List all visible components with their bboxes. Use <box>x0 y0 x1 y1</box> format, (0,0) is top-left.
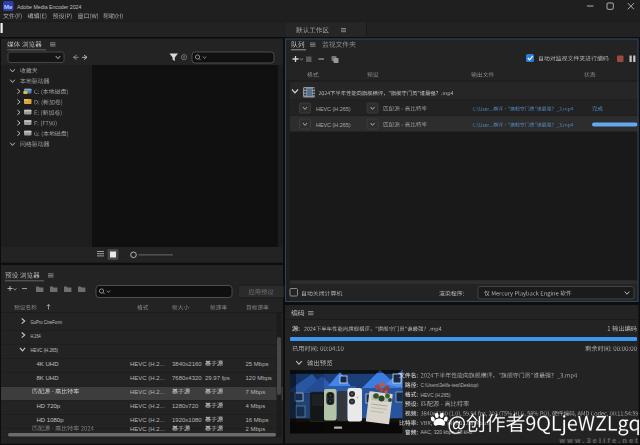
svg-text:2 Mbps: 2 Mbps <box>246 426 266 432</box>
svg-text:HD 1080p: HD 1080p <box>37 417 65 423</box>
svg-text:4 Mbps: 4 Mbps <box>246 403 266 409</box>
svg-text:120 Mbps: 120 Mbps <box>246 375 272 381</box>
svg-text:HEVC (H.2...: HEVC (H.2... <box>130 403 165 409</box>
svg-text:HEVC (H.265): HEVC (H.265) <box>421 392 451 398</box>
svg-text:29.97 fps: 29.97 fps <box>205 375 230 381</box>
svg-text:25 Mbps: 25 Mbps <box>246 361 269 367</box>
svg-text:HEVC (H.265): HEVC (H.265) <box>316 106 351 112</box>
svg-text:7 Mbps: 7 Mbps <box>246 389 266 395</box>
svg-text:HEVC (H.2...: HEVC (H.2... <box>130 375 165 381</box>
svg-text:Me: Me <box>4 3 13 10</box>
svg-text:HD 720p: HD 720p <box>37 403 61 409</box>
svg-text:16 Mbps: 16 Mbps <box>246 417 269 423</box>
svg-text:7680x4320: 7680x4320 <box>172 375 202 381</box>
svg-text:GoPro CineForm: GoPro CineForm <box>31 319 63 325</box>
svg-text:HEVC (H.265): HEVC (H.265) <box>31 347 59 353</box>
svg-text:8K UHD: 8K UHD <box>37 375 60 381</box>
svg-text:HEVC (H.2...: HEVC (H.2... <box>130 361 165 367</box>
svg-text:H.264: H.264 <box>31 333 42 339</box>
svg-text:www.3elife.net: www.3elife.net <box>558 437 640 444</box>
svg-text:HEVC (H.265): HEVC (H.265) <box>316 122 351 128</box>
svg-text:AAC, 320 kbps, 48 kHz: AAC, 320 kbps, 48 kHz <box>421 429 473 435</box>
svg-text:HEVC (H.2...: HEVC (H.2... <box>130 389 165 395</box>
svg-text:HEVC (H.2...: HEVC (H.2... <box>130 426 165 432</box>
svg-text:1280x720: 1280x720 <box>172 403 199 409</box>
svg-text:4K UHD: 4K UHD <box>37 361 60 367</box>
svg-text:C:\Users\3elife-test\Desktop\: C:\Users\3elife-test\Desktop\ <box>421 382 479 388</box>
svg-text:HEVC (H.2...: HEVC (H.2... <box>130 417 165 423</box>
svg-text:3840x2160: 3840x2160 <box>172 361 202 367</box>
svg-text:Adobe Media Encoder 2024: Adobe Media Encoder 2024 <box>17 4 81 10</box>
svg-text:1920x1080: 1920x1080 <box>172 417 202 423</box>
